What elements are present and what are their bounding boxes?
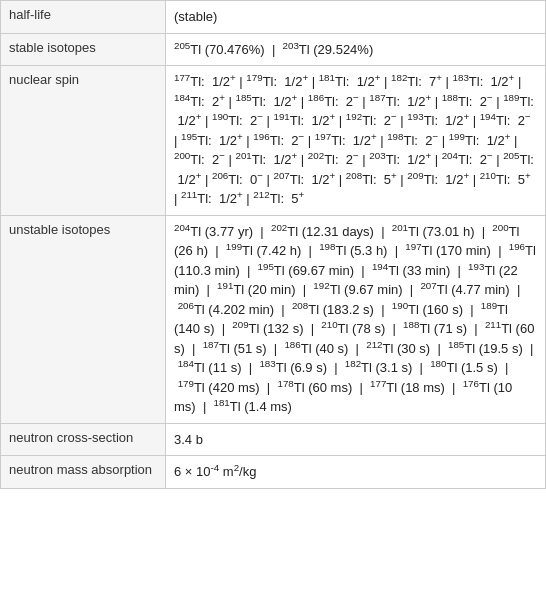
row-value: 177Tl: 1/2+ | 179Tl: 1/2+ | 181Tl: 1/2+ … [166,66,546,216]
table-row: neutron mass absorption6 × 10-4 m2/kg [1,456,546,489]
row-label: nuclear spin [1,66,166,216]
table-row: neutron cross-section3.4 b [1,423,546,456]
row-label: half-life [1,1,166,34]
table-row: stable isotopes205Tl (70.476%) | 203Tl (… [1,33,546,66]
row-label: unstable isotopes [1,215,166,423]
row-value: 6 × 10-4 m2/kg [166,456,546,489]
properties-table: half-life(stable)stable isotopes205Tl (7… [0,0,546,489]
table-row: half-life(stable) [1,1,546,34]
row-value: 205Tl (70.476%) | 203Tl (29.524%) [166,33,546,66]
row-label: neutron mass absorption [1,456,166,489]
row-value: (stable) [166,1,546,34]
row-label: stable isotopes [1,33,166,66]
row-label: neutron cross-section [1,423,166,456]
row-value: 204Tl (3.77 yr) | 202Tl (12.31 days) | 2… [166,215,546,423]
table-row: unstable isotopes204Tl (3.77 yr) | 202Tl… [1,215,546,423]
row-value: 3.4 b [166,423,546,456]
table-row: nuclear spin177Tl: 1/2+ | 179Tl: 1/2+ | … [1,66,546,216]
